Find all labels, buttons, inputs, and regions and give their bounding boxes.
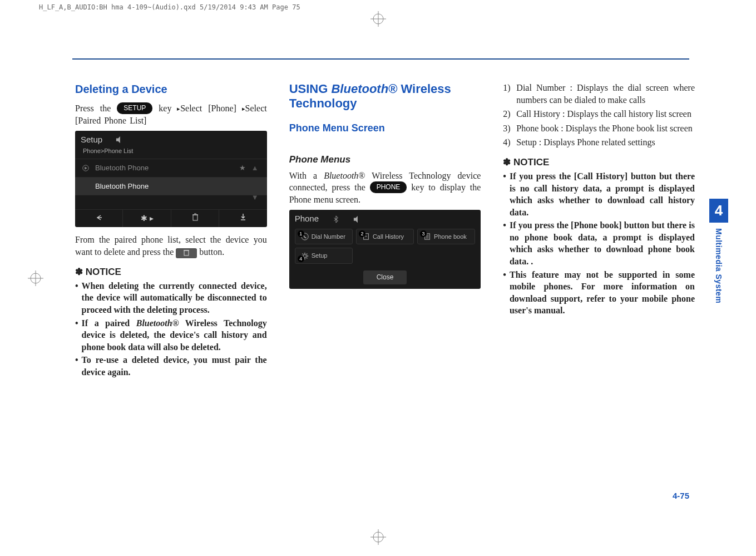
svg-rect-12 xyxy=(193,215,197,220)
screen-footer: ✱ ▸ xyxy=(75,209,267,227)
column-3: 1)Dial Number : Displays the dial screen… xyxy=(503,82,695,380)
notice-item: If a paired Bluetooth® Wireless Technolo… xyxy=(75,317,267,353)
cell-label: Dial Number xyxy=(312,233,345,241)
phone-screenshot: Phone 1 Dial Number 2 Call History 3 xyxy=(289,210,481,288)
notice-item: If you press the [Call History] button b… xyxy=(503,170,695,218)
arrow-icon xyxy=(171,104,180,113)
screen-title: Setup xyxy=(81,134,102,145)
trash-icon xyxy=(184,249,189,256)
phone-key: PHONE xyxy=(370,181,407,193)
download-icon xyxy=(240,213,246,221)
setup-key: SETUP xyxy=(117,102,152,114)
notice-heading: NOTICE xyxy=(75,266,267,279)
print-header: H_LF_A,B_AUDIO:BH hma 4-109~(Audio).qxd … xyxy=(0,0,756,11)
download-button xyxy=(219,210,266,227)
text: From the paired phone list, select the d… xyxy=(75,235,267,257)
phone-list-row-empty xyxy=(75,195,267,209)
list-item: 3)Phone book : Displays the Phone book l… xyxy=(503,122,695,135)
back-icon xyxy=(95,214,103,221)
svg-marker-11 xyxy=(85,166,87,169)
list-item: 2)Call History : Displays the call histo… xyxy=(503,108,695,120)
setup-screenshot: Setup Phone>Phone List Bluetooth Phone ★… xyxy=(75,131,267,227)
svg-line-32 xyxy=(306,254,307,255)
notice-item: This feature may not be supported in som… xyxy=(503,269,695,317)
play-circle-icon xyxy=(82,164,90,172)
screen-title: Phone xyxy=(295,213,319,224)
breadcrumb: Phone>Phone List xyxy=(75,147,267,159)
column-1: Deleting a Device Press the SETUP keySel… xyxy=(75,82,267,380)
notice-heading: NOTICE xyxy=(503,156,695,169)
heading-deleting-device: Deleting a Device xyxy=(75,82,267,97)
phone-list-row: Bluetooth Phone ★ ▲ xyxy=(75,159,267,177)
text: Select [Phone] xyxy=(180,104,236,113)
delete-button xyxy=(171,210,219,227)
cell-label: Phone book xyxy=(434,233,467,241)
cell-label: Setup xyxy=(312,252,328,260)
svg-line-29 xyxy=(302,254,303,255)
phone-list-row-active: Bluetooth Phone ▼ xyxy=(75,177,267,195)
badge-4: 4 xyxy=(298,255,304,262)
heading-phone-menus: Phone Menus xyxy=(289,154,481,166)
notice-item: When deleting the currently connected de… xyxy=(75,280,267,316)
column-2: USING Bluetooth® Wireless Technology Pho… xyxy=(289,82,481,380)
down-arrow-icon: ▼ xyxy=(251,193,260,203)
text: key xyxy=(152,104,171,113)
svg-marker-17 xyxy=(354,215,358,222)
svg-rect-15 xyxy=(184,250,189,255)
cell-label: Call History xyxy=(373,233,404,241)
trash-button-inline xyxy=(176,248,197,258)
heading-using-bluetooth: USING Bluetooth® Wireless Technology xyxy=(289,82,481,111)
heading-phone-menu-screen: Phone Menu Screen xyxy=(289,121,481,135)
badge-3: 3 xyxy=(420,230,427,237)
crop-mark-top xyxy=(370,11,386,27)
svg-marker-9 xyxy=(116,136,120,143)
phone-book-cell: 3 Phone book xyxy=(417,229,475,245)
row-label: Bluetooth Phone xyxy=(95,181,149,191)
up-arrow-icon: ▲ xyxy=(251,163,260,173)
notice-list: If you press the [Call History] button b… xyxy=(503,170,695,317)
chapter-number: 4 xyxy=(709,199,728,223)
close-button: Close xyxy=(363,270,407,284)
back-button xyxy=(75,210,123,227)
list-item: 4)Setup : Displays Phone related setting… xyxy=(503,136,695,149)
speaker-icon xyxy=(353,215,361,223)
menu-description-list: 1)Dial Number : Displays the dial screen… xyxy=(503,82,695,149)
side-tab: 4 Multimedia System xyxy=(709,199,728,303)
trash-icon xyxy=(192,213,199,221)
bluetooth-icon xyxy=(332,215,340,223)
row-label: Bluetooth Phone xyxy=(95,163,149,173)
call-history-cell: 2 Call History xyxy=(356,229,414,245)
text: button. xyxy=(197,247,224,257)
page-body: Deleting a Device Press the SETUP keySel… xyxy=(0,60,756,380)
chapter-label: Multimedia System xyxy=(714,228,724,303)
instruction-press-setup: Press the SETUP keySelect [Phone]Select … xyxy=(75,102,267,126)
crop-mark-bottom xyxy=(370,529,386,545)
page-number: 4-75 xyxy=(673,491,689,500)
badge-1: 1 xyxy=(298,230,304,237)
arrow-icon xyxy=(236,104,245,113)
setup-cell: 4 Setup xyxy=(295,248,353,264)
bluetooth-button: ✱ ▸ xyxy=(123,210,171,227)
notice-item: To re-use a deleted device, you must pai… xyxy=(75,354,267,378)
text: Press the xyxy=(75,104,117,113)
speaker-icon xyxy=(116,136,123,144)
notice-list: When deleting the currently connected de… xyxy=(75,280,267,378)
badge-2: 2 xyxy=(359,230,365,237)
star-icon: ★ xyxy=(239,163,246,173)
instruction-select-delete: From the paired phone list, select the d… xyxy=(75,234,267,258)
dial-number-cell: 1 Dial Number xyxy=(295,229,353,245)
phone-menu-para: With a Bluetooth® Wireless Technology de… xyxy=(289,170,481,206)
notice-item: If you press the [Phone book] button but… xyxy=(503,219,695,267)
svg-line-30 xyxy=(306,258,307,259)
list-item: 1)Dial Number : Displays the dial screen… xyxy=(503,82,695,106)
